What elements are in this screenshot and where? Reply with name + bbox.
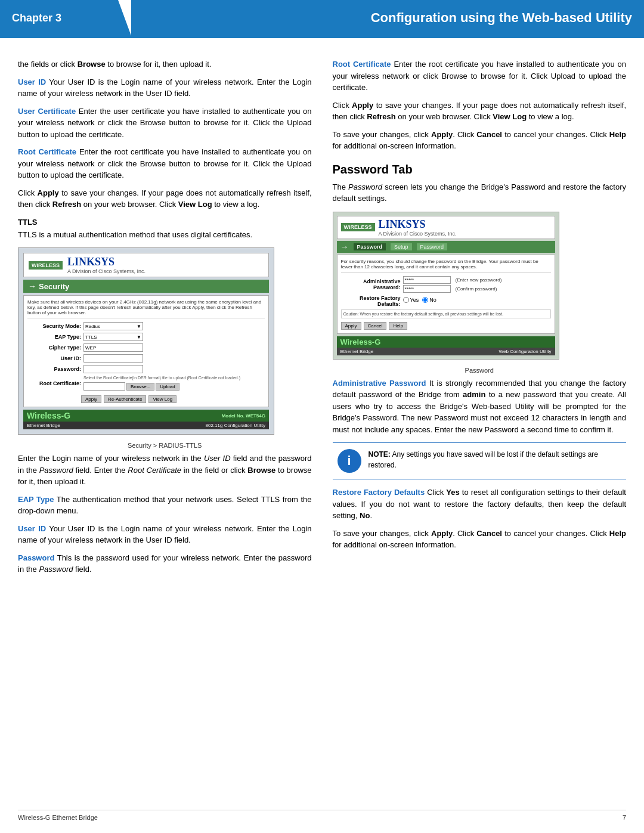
ss-footer: Wireless-G Model No. WET54G (23, 410, 269, 422)
password-text: This is the password used for your wirel… (18, 553, 312, 574)
ss-cipher-input[interactable]: WEP (83, 343, 143, 352)
ss-rootcert-row: Root Certificate: Select the Root Certif… (27, 376, 265, 391)
ss-wireless-label: WIRELESS (29, 261, 63, 270)
intro-paragraph: the fields or click Browse to browse for… (18, 58, 312, 70)
user-id-text: Your User ID is the Login name of your w… (18, 78, 311, 98)
pw-wireless-label: WIRELESS (341, 223, 375, 231)
password-term: Password (18, 553, 54, 562)
ss-rootcert-input[interactable] (83, 382, 125, 391)
ss-security-mode-row: Security Mode: Radius ▼ (27, 322, 265, 330)
pw-enter-note: (Enter new password) (456, 277, 502, 283)
ss-apply-button[interactable]: Apply (81, 395, 101, 403)
ss-reauthenticate-button[interactable]: Re-Authenticate (104, 395, 146, 403)
apply-paragraph: Click Apply to save your changes. If you… (18, 187, 312, 210)
ss-rootcert-note: Select the Root Certificate(in DER forma… (83, 376, 240, 380)
ss-password-label: Password: (27, 366, 81, 372)
left-column: the fields or click Browse to browse for… (18, 58, 327, 581)
pw-admin-label: Administrative Password: (341, 278, 401, 290)
ss-viewlog-button[interactable]: View Log (148, 395, 177, 403)
pw-footer2-bridge: Ethernet Bridge (340, 349, 374, 354)
pw-help-button[interactable]: Help (389, 322, 407, 330)
password-tab-heading: Password Tab (333, 163, 627, 176)
page-footer: Wireless-G Ethernet Bridge 7 (18, 810, 626, 821)
apply-right-paragraph: Click Apply to save your changes. If you… (333, 100, 627, 123)
root-cert-right-paragraph: Root Certificate Enter the root certific… (333, 58, 627, 94)
ss-footer-model: Model No. WET54G (222, 413, 265, 419)
ss-eap-type-row: EAP Type: TTLS ▼ (27, 333, 265, 341)
eap-type-text: The authentication method that your netw… (18, 495, 312, 516)
pw-body: For security reasons, you should change … (337, 255, 555, 334)
chapter-label: Chapter 3 (0, 0, 131, 36)
header-bar (0, 36, 644, 38)
pw-no-label: No (429, 297, 436, 303)
pw-confirm-placeholder: ***** (405, 286, 414, 292)
ss-upload-button[interactable]: Upload (156, 383, 179, 391)
ttls-heading: TTLS (18, 218, 312, 227)
restore-paragraph: Restore Factory Defaults Click Yes to re… (333, 487, 627, 522)
ss-footer2-bridge: Ethernet Bridge (27, 423, 60, 428)
pw-confirm-pass-input[interactable]: ***** (403, 285, 451, 293)
pw-enter-pass-input[interactable]: ***** (403, 276, 451, 284)
user-id2-paragraph: User ID Your User ID is the Login name o… (18, 523, 312, 546)
ss-body: Make sure that all wireless devices on y… (23, 295, 269, 407)
pw-admin-pass-row: Administrative Password: ***** (Enter ne… (341, 276, 551, 293)
eap-type-term: EAP Type (18, 495, 54, 504)
pw-header: WIRELESS LINKSYS A Division of Cisco Sys… (337, 216, 555, 239)
ss-security-mode-label: Security Mode: (27, 323, 81, 329)
page-header: Chapter 3 Configuration using the Web-ba… (0, 0, 644, 36)
pw-footer: Wireless-G (337, 336, 555, 348)
ss-security-mode-value: Radius (85, 324, 100, 329)
note-text: NOTE: Any settings you have saved will b… (369, 449, 622, 470)
ss-browse-button[interactable]: Browse... (126, 383, 154, 391)
pw-button-row: Apply Cancel Help (341, 322, 551, 330)
pw-logo-sub: A Division of Cisco Systems, Inc. (379, 231, 457, 237)
ss-dropdown-arrow: ▼ (137, 324, 141, 329)
title-text: Configuration using the Web-based Utilit… (371, 10, 632, 26)
user-cert-term: User Certificate (18, 107, 76, 116)
ss-nav-arrow: → (28, 281, 36, 291)
ss-userid-row: User ID: (27, 354, 265, 363)
ss-eap-arrow: ▼ (137, 335, 141, 340)
pw-restore-row: Restore Factory Defaults: Yes No (341, 295, 551, 307)
ss-footer2-utility: 802.11g Configuration Utility (205, 423, 265, 428)
ss-eap-value: TTLS (85, 335, 97, 340)
ss-action-buttons: Apply Re-Authenticate View Log (81, 395, 265, 403)
main-content: the fields or click Browse to browse for… (0, 41, 644, 593)
footer-right: 7 (623, 814, 626, 821)
pw-yes-radio-label[interactable]: Yes (403, 297, 419, 303)
ss-security-mode-select[interactable]: Radius ▼ (83, 322, 143, 330)
user-id-paragraph: User ID Your User ID is the Login name o… (18, 76, 312, 100)
pw-tab-setup[interactable]: Setup (391, 243, 412, 250)
pw-tab-password[interactable]: Password (417, 243, 448, 250)
ss-header: WIRELESS LINKSYS A Division of Cisco Sys… (23, 253, 269, 277)
pw-cancel-button[interactable]: Cancel (364, 322, 387, 330)
ss-cipher-row: Cipher Type: WEP (27, 343, 265, 352)
pw-tab-active[interactable]: Password (354, 243, 386, 250)
right-column: Root Certificate Enter the root certific… (327, 58, 627, 581)
note-icon: i (338, 449, 361, 473)
ss-logo-sub: A Division of Cisco Systems, Inc. (67, 268, 145, 274)
pw-pass-placeholder: ***** (405, 277, 414, 283)
ss-cipher-label: Cipher Type: (27, 345, 81, 351)
ss-logo: LINKSYS (67, 256, 145, 268)
pw-yes-label: Yes (410, 297, 419, 303)
ss-warning: Make sure that all wireless devices on y… (27, 299, 265, 318)
password-paragraph: Password This is the password used for y… (18, 552, 312, 575)
ss-password-input[interactable] (83, 365, 143, 373)
ss-eap-select[interactable]: TTLS ▼ (83, 333, 143, 341)
password-caption: Password (333, 367, 627, 374)
ss-userid-input[interactable] (83, 354, 143, 363)
pw-no-radio[interactable] (422, 297, 428, 303)
pw-no-radio-label[interactable]: No (422, 297, 436, 303)
save-paragraph2: To save your changes, click Apply. Click… (333, 528, 627, 551)
ss-eap-label: EAP Type: (27, 334, 81, 340)
footer-left: Wireless-G Ethernet Bridge (18, 814, 98, 821)
admin-password-paragraph: Administrative Password It is strongly r… (333, 377, 627, 436)
pw-apply-button[interactable]: Apply (341, 322, 361, 330)
user-cert-paragraph: User Certificate Enter the user certific… (18, 106, 312, 141)
save-right-paragraph: To save your changes, click Apply. Click… (333, 129, 627, 152)
pw-yes-radio[interactable] (403, 297, 409, 303)
page-title: Configuration using the Web-based Utilit… (131, 0, 644, 36)
password-screenshot: WIRELESS LINKSYS A Division of Cisco Sys… (333, 212, 559, 360)
pw-logo: LINKSYS (379, 218, 457, 231)
